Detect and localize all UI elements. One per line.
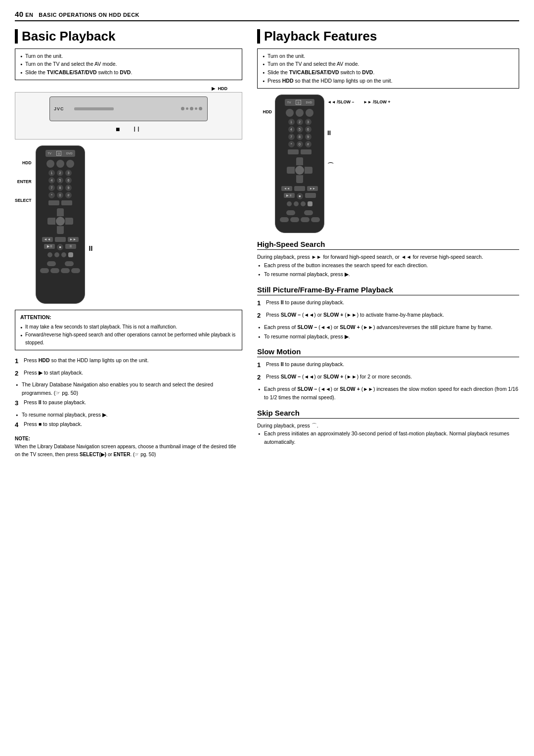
right-remote-dpad bbox=[287, 157, 312, 183]
transport-row: ◄◄ ►► bbox=[42, 237, 79, 242]
right-section-title: Playback Features bbox=[257, 29, 519, 44]
skip-label-right: ⌒ bbox=[327, 161, 390, 170]
prereq-item: Turn on the TV and select the AV mode. bbox=[20, 60, 237, 68]
note-box: NOTE: When the Library Database Navigati… bbox=[15, 435, 242, 459]
step-2: 2 Press ▶ to start playback. bbox=[15, 369, 242, 379]
lang-label: EN bbox=[25, 12, 33, 18]
rb-hdd bbox=[56, 160, 64, 168]
rb2-power bbox=[286, 109, 294, 117]
right-prereq-2: Turn on the TV and select the AV mode. bbox=[263, 60, 514, 68]
dpad-right bbox=[65, 218, 73, 225]
right-prereq-4: Press HDD so that the HDD lamp lights up… bbox=[263, 77, 514, 85]
high-speed-search-content: During playback, press ►► for forward hi… bbox=[257, 253, 519, 279]
right-misc-btns bbox=[288, 149, 312, 154]
page-number: 40 bbox=[15, 10, 24, 18]
enter-remote-label: ENTER bbox=[15, 179, 32, 184]
numpad: 1 2 3 4 5 6 7 8 9 * bbox=[48, 170, 72, 198]
right-dpad-center bbox=[295, 166, 304, 175]
right-remote-circles bbox=[280, 201, 320, 222]
rb-misc2 bbox=[61, 200, 72, 205]
chapter-title: BASIC OPERATIONS ON HDD DECK bbox=[39, 12, 139, 18]
skip-search-content: During playback, press ⌒. Each press ini… bbox=[257, 422, 519, 446]
skip-bullet-1: Each press initiates an approximately 30… bbox=[257, 429, 519, 446]
hdd-btn-4 bbox=[195, 107, 197, 110]
hdd-arrow-label: ▶ HDD bbox=[15, 86, 242, 91]
step-4: 4 Press ■ to stop playback. bbox=[15, 420, 242, 430]
remote-circles bbox=[40, 252, 80, 273]
dpad-up bbox=[57, 208, 64, 216]
hss-bullet-1: Each press of the button increases the s… bbox=[257, 261, 519, 270]
hdd-btn-1 bbox=[181, 107, 184, 110]
rb-fwd: ►► bbox=[68, 237, 79, 242]
step-1: 1 Press HDD so that the HDD lamp lights … bbox=[15, 356, 242, 367]
hdd-unit-drawing: JVC bbox=[49, 96, 208, 121]
rb-skip: II bbox=[65, 244, 76, 249]
still-picture-title: Still Picture/Frame-By-Frame Playback bbox=[257, 285, 519, 295]
right-dpad-up bbox=[296, 157, 303, 165]
hdd-btn-3 bbox=[190, 107, 193, 110]
high-speed-search-title: High-Speed Search bbox=[257, 240, 519, 250]
right-column: Playback Features Turn on the unit. Turn… bbox=[257, 29, 519, 459]
hdd-remote-label: HDD bbox=[15, 160, 32, 165]
remote-top-btns bbox=[46, 160, 74, 168]
rb2-hdd bbox=[296, 109, 304, 117]
hdd-btn-5 bbox=[199, 107, 202, 110]
pause-label-right: II bbox=[327, 129, 390, 137]
still-bullet-1: Each press of SLOW – (◄◄) or SLOW + (►►)… bbox=[257, 323, 519, 331]
high-speed-search-text: During playback, press ►► for forward hi… bbox=[257, 253, 519, 261]
dpad-down bbox=[57, 226, 64, 234]
right-prereq-3: Slide the TV/CABLE/SAT/DVD switch to DVD… bbox=[263, 68, 514, 77]
prereq-item: Slide the TV/CABLE/SAT/DVD switch to DVD… bbox=[20, 68, 237, 77]
remote-body-left: TV ||| DVD 1 2 3 bbox=[36, 145, 85, 304]
right-dpad-down bbox=[296, 175, 303, 183]
hdd-unit-diagram: JVC ■ II bbox=[15, 92, 242, 140]
remote-body-right: TV ||| DVD 1 2 3 bbox=[275, 94, 324, 233]
rb-power bbox=[46, 160, 54, 168]
page-header: 40 EN BASIC OPERATIONS ON HDD DECK bbox=[15, 10, 519, 21]
still-step-1: 1 Press II to pause during playback. bbox=[257, 298, 519, 309]
right-remote-top-switch: TV ||| DVD bbox=[285, 99, 314, 106]
remote-left-labels: HDD ENTER SELECT bbox=[15, 145, 32, 203]
rb-play: ▶ II bbox=[44, 244, 55, 249]
slow-step-1: 1 Press II to pause during playback. bbox=[257, 360, 519, 371]
attention-item-1: It may take a few seconds to start playb… bbox=[20, 323, 237, 331]
remote-top-switch: TV ||| DVD bbox=[45, 150, 75, 157]
hdd-right-label: HDD bbox=[257, 94, 272, 114]
right-numpad: 1 2 3 4 5 6 7 8 9 * bbox=[288, 119, 312, 147]
prereq-item: Turn on the unit. bbox=[20, 52, 237, 60]
slow-step-2: 2 Press SLOW – (◄◄) or SLOW + (►►) for 2… bbox=[257, 373, 519, 383]
still-picture-steps: 1 Press II to pause during playback. 2 P… bbox=[257, 298, 519, 340]
rb2-dvd bbox=[306, 109, 313, 117]
bottom-btn-row bbox=[40, 268, 80, 273]
hss-bullet-2: To resume normal playback, press ▶. bbox=[257, 270, 519, 279]
left-section-title: Basic Playback bbox=[15, 29, 242, 44]
pause-symbol-label: II bbox=[89, 145, 93, 252]
right-play-row: ▶ II ■ bbox=[284, 193, 316, 199]
right-dpad-left bbox=[287, 167, 295, 174]
attention-item-2: Forward/reverse high-speed search and ot… bbox=[20, 331, 237, 347]
note-title: NOTE: bbox=[15, 436, 30, 441]
rb-stop bbox=[55, 237, 66, 242]
slow-motion-steps: 1 Press II to pause during playback. 2 P… bbox=[257, 360, 519, 401]
remote-dpad bbox=[47, 208, 73, 234]
skip-search-title: Skip Search bbox=[257, 409, 519, 419]
attention-box: ATTENTION: It may take a few seconds to … bbox=[15, 310, 242, 350]
right-remote-diagram: HDD TV ||| DVD 1 bbox=[257, 94, 519, 233]
misc-btns bbox=[48, 200, 72, 205]
dpad-left bbox=[47, 218, 55, 225]
dpad-center bbox=[56, 217, 65, 226]
slow-minus-label: ◄◄ /SLOW – ►► /SLOW + bbox=[327, 99, 390, 104]
left-remote-diagram: HDD ENTER SELECT TV ||| DVD bbox=[15, 145, 242, 304]
left-prereq-box: Turn on the unit. Turn on the TV and sel… bbox=[15, 48, 242, 80]
still-bullet-2: To resume normal playback, press ▶. bbox=[257, 332, 519, 341]
step-bullet-1: The Library Database Navigation also ena… bbox=[15, 380, 242, 397]
step-bullet-2: To resume normal playback, press ▶. bbox=[15, 411, 242, 419]
hdd-slot bbox=[74, 107, 114, 110]
right-dpad-right bbox=[305, 167, 312, 174]
play-row: ▶ II ■ II bbox=[44, 244, 76, 250]
still-step-2: 2 Press SLOW – (◄◄) or SLOW + (►►) to ac… bbox=[257, 311, 519, 321]
note-text: When the Library Database Navigation scr… bbox=[15, 444, 236, 457]
attention-title: ATTENTION: bbox=[20, 313, 237, 322]
right-slow-row: ◄◄ ►► bbox=[281, 186, 318, 191]
right-top-btns bbox=[286, 109, 313, 117]
